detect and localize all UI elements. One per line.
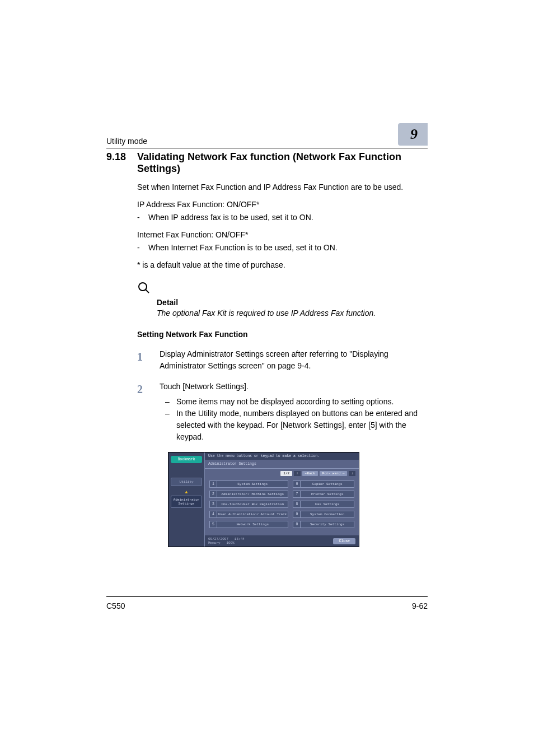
menu-button[interactable]: System Connection xyxy=(301,511,354,518)
internet-fax-line: Internet Fax Function: ON/OFF* xyxy=(137,229,428,241)
menu-num[interactable]: 3 xyxy=(209,501,217,508)
svg-point-0 xyxy=(139,283,147,291)
menu-num[interactable]: 7 xyxy=(293,491,301,498)
admin-settings-button[interactable]: Administrator Settings xyxy=(171,496,202,508)
menu-button[interactable]: One-Touch/User Box Registration xyxy=(217,501,288,508)
menu-button[interactable]: User Authentication/ Account Track xyxy=(217,511,288,518)
menu-num[interactable]: 4 xyxy=(209,511,217,518)
header-label: Utility mode xyxy=(106,137,147,146)
menu-num[interactable]: 2 xyxy=(209,491,217,498)
menu-num[interactable]: 5 xyxy=(209,521,217,528)
menu-num[interactable]: 0 xyxy=(293,521,301,528)
device-screenshot: Bookmark Utility ▲ Administrator Setting… xyxy=(168,452,359,547)
menu-button[interactable]: Administrator/ Machine Settings xyxy=(217,491,288,498)
footer-model: C550 xyxy=(106,601,125,610)
screen-title: Administrator Settings xyxy=(205,460,359,469)
menu-num[interactable]: 6 xyxy=(293,480,301,488)
arrow-up-icon: ▲ xyxy=(171,489,202,494)
menu-button[interactable]: System Settings xyxy=(217,480,288,488)
menu-button[interactable]: Network Settings xyxy=(217,521,288,528)
step-text: Display Administrator Settings screen af… xyxy=(160,348,428,372)
back-arrow-icon[interactable]: ↑ xyxy=(294,471,301,476)
internet-fax-bullet: When Internet Fax Function is to be used… xyxy=(137,242,428,254)
footer-memory-value: 100% xyxy=(226,541,234,545)
menu-num[interactable]: 9 xyxy=(293,511,301,518)
step-sub-item: Some items may not be displayed accordin… xyxy=(160,396,428,408)
ip-fax-bullet: When IP address fax is to be used, set i… xyxy=(137,212,428,223)
ip-fax-line: IP Address Fax Function: ON/OFF* xyxy=(137,199,428,211)
footer-time: 15:44 xyxy=(235,537,245,541)
menu-num[interactable]: 8 xyxy=(293,501,301,508)
instruction-bar: Use the menu buttons or keypad to make a… xyxy=(205,452,359,460)
forward-arrow-icon[interactable]: ↓ xyxy=(349,471,355,476)
detail-heading: Detail xyxy=(157,298,428,307)
menu-button[interactable]: Copier Settings xyxy=(301,480,354,488)
chapter-badge: 9 xyxy=(398,123,428,146)
footer-page: 9-62 xyxy=(412,601,428,610)
detail-body: The optional Fax Kit is required to use … xyxy=(157,309,428,318)
menu-button[interactable]: Security Settings xyxy=(301,521,354,528)
menu-button[interactable]: Fax Settings xyxy=(301,501,354,508)
menu-num[interactable]: 1 xyxy=(209,480,217,488)
step-text: Touch [Network Settings]. xyxy=(160,382,249,391)
default-note: * is a default value at the time of purc… xyxy=(137,259,428,271)
menu-button[interactable]: Printer Settings xyxy=(301,491,354,498)
section-number: 9.18 xyxy=(106,151,137,175)
back-button[interactable]: ←Back xyxy=(302,471,318,476)
intro-paragraph: Set when Internet Fax Function and IP Ad… xyxy=(137,181,428,193)
step-number: 1 xyxy=(137,348,160,372)
bookmark-tab[interactable]: Bookmark xyxy=(171,456,202,463)
step-number: 2 xyxy=(137,381,160,443)
footer-memory-label: Memory xyxy=(208,541,221,545)
utility-button[interactable]: Utility xyxy=(171,478,202,486)
procedure-heading: Setting Network Fax Function xyxy=(137,329,428,340)
section-title: Validating Network Fax function (Network… xyxy=(137,151,428,175)
page-indicator: 1/2 xyxy=(280,471,292,476)
close-button[interactable]: Close xyxy=(333,538,355,544)
footer-date: 09/27/2007 xyxy=(208,537,228,541)
forward-button[interactable]: For- ward → xyxy=(320,471,348,476)
magnifier-icon xyxy=(137,281,428,297)
svg-line-1 xyxy=(146,290,149,293)
step-sub-item: In the Utility mode, numbers displayed o… xyxy=(160,408,428,443)
